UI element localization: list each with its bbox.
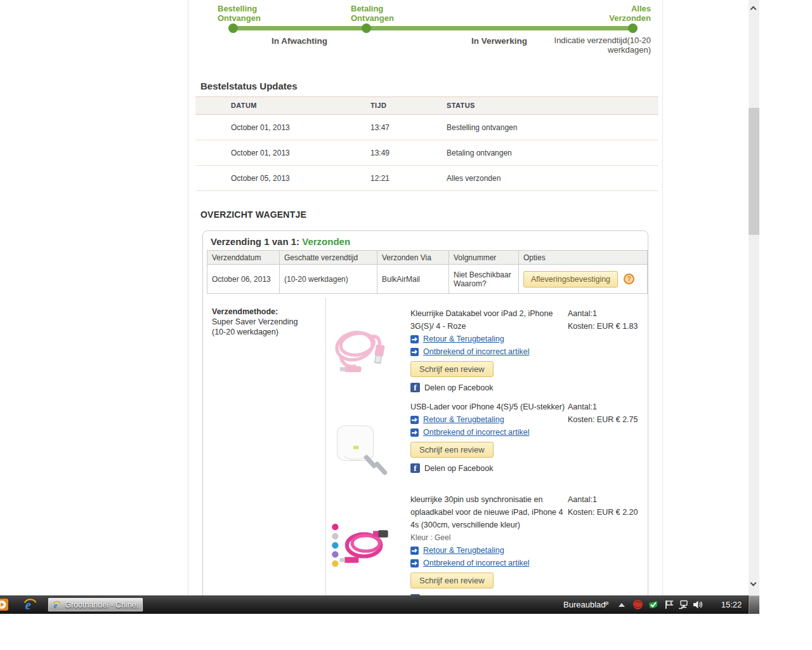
- delivery-confirmation-button[interactable]: Afleveringsbevestiging: [523, 271, 618, 288]
- antivirus-globe-icon[interactable]: [632, 599, 643, 610]
- missing-incorrect-link[interactable]: Ontbrekend of incorrect artikel: [423, 559, 529, 567]
- media-player-icon[interactable]: [0, 599, 8, 611]
- milestone-payment-received: Betaling Ontvangen: [351, 4, 409, 23]
- arrow-right-icon: [410, 416, 419, 424]
- action-center-flag-icon[interactable]: [664, 599, 674, 610]
- column-header-date: DATUM: [231, 97, 257, 114]
- shipment-estimate: (10-20 werkdagen): [280, 265, 377, 294]
- facebook-icon: f: [410, 463, 420, 473]
- security-check-icon[interactable]: [648, 599, 658, 610]
- row-date: October 01, 2013: [231, 140, 290, 166]
- share-facebook-link[interactable]: Delen op Facebook: [424, 383, 493, 392]
- product-quantity: Aantal:1: [568, 401, 657, 413]
- status-table-header: DATUM TIJD STATUS: [195, 96, 658, 115]
- product-item: kleurrijke 30pin usb synchronisatie en o…: [325, 491, 649, 595]
- shipping-method-label: Verzendmethode:: [212, 307, 320, 317]
- question-mark-icon[interactable]: ?: [624, 274, 634, 284]
- scroll-up-icon[interactable]: [749, 4, 759, 15]
- row-time: 13:49: [370, 140, 390, 166]
- column-header-options: Opties: [519, 251, 648, 265]
- internet-explorer-icon: e: [52, 600, 62, 610]
- order-status-page: Bestelling Ontvangen Betaling Ontvangen …: [188, 0, 663, 595]
- missing-incorrect-link[interactable]: Ontbrekend of incorrect artikel: [423, 347, 529, 356]
- product-price-block: Aantal:1 Kosten: EUR € 2.75: [568, 401, 657, 426]
- column-header-carrier: Verzonden Via: [377, 251, 449, 265]
- shipment-title: Verzending 1 van 1: Verzonden: [211, 236, 350, 247]
- missing-incorrect-link[interactable]: Ontbrekend of incorrect artikel: [423, 428, 529, 437]
- return-refund-link[interactable]: Retour & Terugbetaling: [423, 415, 504, 424]
- row-date: October 01, 2013: [231, 115, 290, 140]
- row-status: Betaling ontvangen: [447, 140, 512, 166]
- window-title: Groothandel - Chine...: [65, 600, 139, 609]
- cart-overview-title: OVERZICHT WAGENTJE: [200, 209, 306, 220]
- desktop-toolbar-label[interactable]: Bureaublad: [563, 595, 606, 614]
- arrow-right-icon: [410, 335, 419, 343]
- scroll-down-icon[interactable]: [749, 580, 759, 590]
- product-quantity: Aantal:1: [568, 493, 657, 506]
- windows-taskbar: e e Groothandel - Chine... Bureaublad »: [0, 595, 759, 614]
- milestone-order-received: Bestelling Ontvangen: [218, 4, 276, 23]
- facebook-icon: f: [410, 383, 420, 392]
- arrow-right-icon: [410, 428, 419, 437]
- product-title[interactable]: Kleurrijke Datakabel voor iPad 2, iPhone…: [410, 307, 565, 333]
- product-cost: Kosten: EUR € 2.75: [568, 413, 657, 426]
- product-item: USB-Lader voor iPhone 4(S)/5 (EU-stekker…: [325, 399, 649, 473]
- stage-awaiting-label: In Afwachting: [233, 36, 366, 46]
- share-facebook-link[interactable]: Delen op Facebook: [424, 464, 493, 473]
- arrow-right-icon: [410, 348, 419, 356]
- show-hidden-icons-icon[interactable]: [619, 603, 625, 607]
- return-refund-link[interactable]: Retour & Terugbetaling: [423, 335, 504, 343]
- product-image-colorful-cable[interactable]: [329, 522, 393, 585]
- taskbar-window-button[interactable]: e Groothandel - Chine...: [48, 597, 143, 612]
- shipment-tracking-cell: Niet Beschikbaar Waarom?: [449, 265, 519, 294]
- tracking-why-link[interactable]: Waarom?: [454, 279, 487, 288]
- progress-dot-1: [228, 23, 238, 33]
- column-header-tracking: Volgnummer: [449, 251, 519, 265]
- status-updates-title: Bestelstatus Updates: [200, 81, 298, 91]
- progress-bar: [233, 26, 633, 30]
- show-desktop-button[interactable]: [748, 595, 759, 614]
- column-header-status: STATUS: [447, 97, 475, 114]
- product-cost: Kosten: EUR € 1.83: [568, 320, 657, 333]
- taskbar-clock[interactable]: 15:22: [714, 595, 749, 614]
- product-image-usb-charger[interactable]: [329, 416, 393, 480]
- column-header-time: TIJD: [370, 97, 386, 114]
- product-title[interactable]: kleurrijke 30pin usb synchronisatie en o…: [410, 493, 565, 531]
- row-time: 13:47: [370, 115, 390, 140]
- vertical-scrollbar[interactable]: [749, 0, 759, 595]
- shipment-status-badge: Verzonden: [302, 236, 350, 247]
- product-price-block: Aantal:1 Kosten: EUR € 1.83: [568, 307, 657, 333]
- network-icon[interactable]: [678, 599, 688, 610]
- row-status: Alles verzonden: [447, 166, 501, 191]
- shipping-method-time: (10-20 werkdagen): [212, 327, 320, 337]
- write-review-button[interactable]: Schrijf een review: [410, 361, 494, 377]
- column-header-shipdate: Verzenddatum: [207, 251, 280, 265]
- volume-icon[interactable]: [692, 599, 703, 610]
- product-image-pink-cable[interactable]: [329, 317, 393, 380]
- table-row: October 05, 2013 12:21 Alles verzonden: [195, 166, 658, 191]
- progress-dot-3: [628, 23, 638, 33]
- milestone-all-shipped: Alles Verzonden: [593, 4, 651, 23]
- scrollbar-thumb[interactable]: [749, 108, 759, 235]
- product-price-block: Aantal:1 Kosten: EUR € 2.20: [568, 493, 657, 519]
- product-title[interactable]: USB-Lader voor iPhone 4(S)/5 (EU-stekker…: [410, 401, 565, 413]
- arrow-right-icon: [410, 547, 419, 555]
- shipping-method-block: Verzendmethode: Super Saver Verzending (…: [212, 307, 320, 337]
- shipment-label: Verzending 1 van 1:: [211, 236, 299, 247]
- arrow-right-icon: [410, 559, 419, 567]
- product-cost: Kosten: EUR € 2.20: [568, 506, 657, 519]
- shipment-box: Verzending 1 van 1: Verzonden Verzenddat…: [202, 230, 648, 595]
- product-quantity: Aantal:1: [568, 307, 657, 320]
- internet-explorer-icon[interactable]: e: [23, 597, 37, 612]
- shipment-date: October 06, 2013: [207, 265, 280, 294]
- write-review-button[interactable]: Schrijf een review: [410, 442, 494, 458]
- order-progress-tracker: Bestelling Ontvangen Betaling Ontvangen …: [188, 0, 662, 58]
- shipment-carrier: BulkAirMail: [377, 265, 449, 294]
- row-status: Bestelling ontvangen: [447, 115, 517, 140]
- table-row: October 01, 2013 13:49 Betaling ontvange…: [195, 140, 658, 166]
- row-time: 12:21: [370, 166, 390, 191]
- shipment-details-table: Verzenddatum Geschatte verzendtijd Verzo…: [207, 250, 648, 294]
- write-review-button[interactable]: Schrijf een review: [410, 573, 494, 588]
- return-refund-link[interactable]: Retour & Terugbetaling: [423, 546, 504, 555]
- shipping-method-name: Super Saver Verzending: [212, 317, 320, 327]
